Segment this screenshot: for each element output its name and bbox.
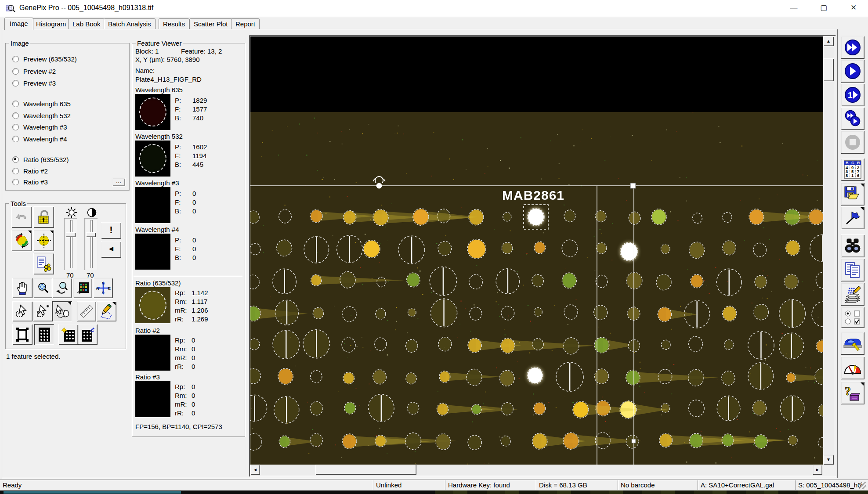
vertical-scroll-thumb[interactable] — [823, 58, 834, 81]
feature-display-mode-icon — [844, 310, 861, 325]
previous-feature-button[interactable]: ◄ — [101, 241, 121, 258]
minimize-button[interactable]: — — [784, 0, 804, 16]
select-add-button[interactable] — [33, 301, 53, 321]
horizontal-scrollbar[interactable]: ◄ ► — [250, 465, 822, 475]
pan-button[interactable] — [12, 278, 33, 298]
radio-wavelength-3[interactable] — [12, 124, 19, 130]
select-rectangle-button[interactable] — [12, 301, 33, 321]
brightness-slider[interactable] — [64, 218, 77, 270]
zoom-previous-button[interactable] — [52, 278, 72, 298]
vertical-scrollbar[interactable]: ▲ ▼ — [823, 36, 834, 465]
flag-feature-button[interactable]: ! — [101, 222, 121, 239]
radio-label[interactable]: Preview #2 — [23, 68, 56, 75]
grid-mode-button[interactable] — [34, 324, 54, 345]
radio-preview-635-532[interactable] — [12, 56, 19, 62]
fv-key: Rp: — [175, 336, 190, 344]
radio-ratio-635-532[interactable] — [12, 156, 19, 163]
rotate-feature-button[interactable] — [11, 230, 32, 251]
save-open-dropdown-icon[interactable] — [861, 184, 864, 187]
scroll-left-button[interactable]: ◄ — [250, 465, 260, 475]
fv-val: 0 — [192, 354, 195, 361]
draw-dropdown-icon[interactable] — [112, 302, 116, 305]
select-feature-dropdown-icon[interactable] — [68, 302, 71, 305]
close-button[interactable]: ✕ — [843, 0, 864, 16]
radio-preview-2[interactable] — [12, 68, 19, 75]
radio-label[interactable]: Preview (635/532) — [23, 55, 77, 63]
microarray-image[interactable] — [250, 36, 823, 465]
measure-button[interactable] — [77, 301, 96, 321]
fv-val: 0 — [192, 409, 195, 417]
radio-label[interactable]: Ratio (635/532) — [23, 156, 69, 163]
brightness-slider-thumb[interactable] — [66, 232, 76, 237]
horizontal-scroll-thumb[interactable] — [315, 465, 416, 475]
tab-lab-book[interactable]: Lab Book — [68, 18, 105, 29]
radio-label[interactable]: Wavelength 532 — [23, 112, 71, 119]
radio-wavelength-532[interactable] — [12, 112, 19, 119]
radio-ratio-2[interactable] — [12, 168, 19, 174]
flag-dropdown-icon[interactable] — [861, 207, 864, 210]
draw-button[interactable] — [97, 301, 116, 321]
radio-wavelength-4[interactable] — [12, 136, 19, 142]
radio-ratio-3[interactable] — [12, 179, 19, 185]
select-feature-button[interactable] — [52, 301, 72, 321]
tab-histogram[interactable]: Histogram — [32, 18, 70, 29]
tab-scatter-plot[interactable]: Scatter Plot — [189, 18, 232, 29]
block-mode-button[interactable] — [12, 324, 33, 345]
save-open-button[interactable] — [841, 183, 864, 206]
copy-feature-settings-button[interactable] — [33, 253, 54, 274]
radio-label[interactable]: Ratio #3 — [23, 178, 48, 186]
scroll-down-button[interactable]: ▼ — [823, 455, 834, 465]
zoom-area-button[interactable] — [33, 278, 53, 298]
resize-grip[interactable] — [859, 482, 866, 489]
scroll-right-button[interactable]: ► — [813, 465, 822, 475]
scroll-up-button[interactable]: ▲ — [823, 36, 834, 46]
scan-button[interactable] — [841, 60, 864, 83]
align-dropdown-icon[interactable] — [50, 231, 53, 234]
fv-ratio-label: Ratio #2 — [135, 327, 160, 334]
radio-label[interactable]: Wavelength #3 — [23, 123, 67, 131]
barcode-button[interactable]: BCR 492 357 816 — [841, 158, 864, 181]
radio-label[interactable]: Wavelength 635 — [23, 100, 71, 108]
feature-name-overlay: MAB2861 — [502, 188, 564, 203]
save-open-icon — [843, 185, 862, 203]
new-block-button[interactable] — [58, 324, 78, 345]
feature-display-mode-button[interactable] — [841, 307, 864, 328]
hardware-settings-button[interactable] — [841, 332, 864, 355]
rotate-dropdown-icon[interactable] — [28, 231, 31, 234]
scan-batch-icon — [843, 109, 862, 128]
scan-all-button[interactable] — [841, 36, 864, 59]
align-feature-button[interactable] — [33, 230, 54, 251]
contrast-slider-thumb[interactable] — [86, 232, 96, 237]
undo-button[interactable] — [11, 206, 32, 228]
orientation-button[interactable]: NSWE — [93, 278, 113, 298]
stop-button[interactable] — [841, 131, 864, 154]
find-button[interactable] — [841, 234, 864, 257]
radio-preview-3[interactable] — [12, 80, 19, 87]
radio-wavelength-635[interactable] — [12, 101, 19, 107]
ratio-options-button[interactable]: ... — [112, 178, 125, 186]
tab-report[interactable]: Report — [231, 18, 260, 29]
radio-label[interactable]: Wavelength #4 — [23, 135, 67, 143]
flag-button[interactable] — [841, 206, 864, 229]
radio-label[interactable]: Ratio #2 — [23, 167, 48, 175]
lock-features-button[interactable] — [33, 206, 54, 228]
contrast-slider[interactable] — [84, 218, 98, 270]
gauge-button[interactable] — [841, 357, 864, 379]
tab-results[interactable]: Results — [159, 18, 189, 29]
tab-batch-analysis[interactable]: Batch Analysis — [104, 18, 156, 29]
show-blocks-button[interactable] — [73, 278, 92, 298]
copy-results-button[interactable] — [841, 259, 864, 281]
help-button[interactable]: ? — [841, 382, 864, 404]
scan-one-button[interactable]: 1 — [841, 83, 864, 106]
fv-separator — [134, 276, 242, 276]
array-report-button[interactable] — [841, 283, 864, 306]
adjust-block-button[interactable] — [78, 324, 98, 345]
maximize-button[interactable]: ▢ — [814, 0, 834, 16]
radio-label[interactable]: Preview #3 — [23, 79, 56, 87]
scan-batch-button[interactable] — [841, 107, 864, 130]
tab-image[interactable]: Image — [4, 18, 33, 30]
fv-key: P: — [175, 190, 190, 197]
fv-key: Rm: — [175, 298, 190, 305]
fv-val: 0 — [192, 336, 195, 344]
help-dropdown-icon[interactable] — [861, 382, 864, 386]
